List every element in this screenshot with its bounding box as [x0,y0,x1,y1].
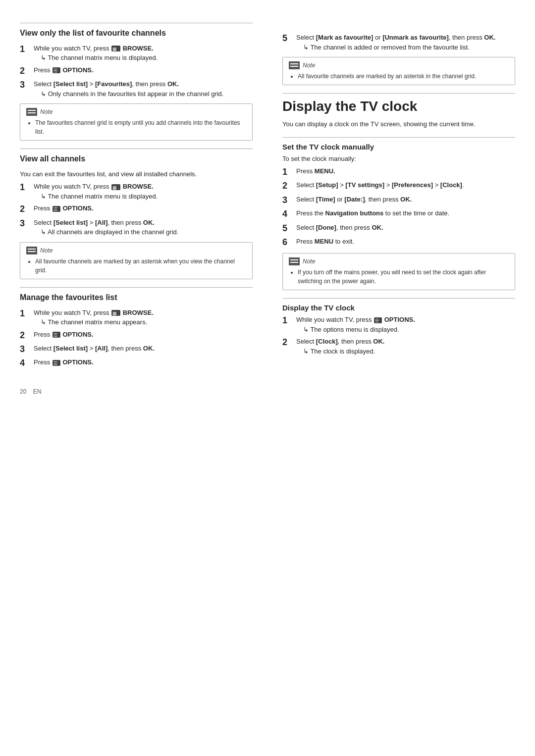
step-item: 3 Select [Time] or [Date:], then press O… [282,195,515,206]
options-icon [53,360,60,366]
section2-title: View all channels [20,154,253,164]
browse-icon [111,184,120,190]
set-clock-steps: 1 Press MENU. 2 Select [Setup] > [TV set… [282,166,515,248]
step-content: While you watch TV, press OPTIONS. The o… [296,315,515,334]
step-number: 3 [20,218,31,229]
note-icon [289,257,300,265]
step-number: 5 [282,223,293,234]
note-box-4: Note If you turn off the mains power, yo… [282,253,515,290]
step-number: 2 [20,203,31,215]
step-item: 1 While you watch TV, press BROWSE. The … [20,182,253,201]
set-clock-intro: To set the clock manually: [282,154,515,164]
step-arrow: The channel matrix menu appears. [34,317,253,327]
step-item: 4 Press OPTIONS. [20,357,253,369]
section3-title: Manage the favourites list [20,293,253,303]
step-item: 1 Press MENU. [282,166,515,178]
manage-cont-steps: 5 Select [Mark as favourite] or [Unmark … [282,33,515,52]
section2-steps: 1 While you watch TV, press BROWSE. The … [20,182,253,237]
step-number: 1 [20,44,31,55]
step-number: 6 [282,237,293,248]
set-clock-divider [282,137,515,138]
step-content: While you watch TV, press BROWSE. The ch… [34,44,253,63]
note-icon [26,108,37,116]
step-content: Select [Select list] > [All], then press… [34,218,253,237]
step-number: 4 [20,357,31,369]
set-clock-title: Set the TV clock manually [282,143,515,151]
step-content: Select [Select list] > [All], then press… [34,344,253,353]
section2-intro: You can exit the favourites list, and vi… [20,169,253,179]
note-item: All favourite channels are marked by an … [298,72,509,81]
step-number: 2 [20,330,31,341]
step-content: Select [Time] or [Date:], then press OK. [296,195,515,204]
step-item: 1 While you watch TV, press BROWSE. The … [20,44,253,63]
options-icon [374,317,382,323]
step-item: 2 Press OPTIONS. [20,65,253,77]
step-arrow: All channels are displayed in the channe… [34,227,253,237]
note-icon [26,247,37,254]
note-box-3: Note All favourite channels are marked b… [282,57,515,85]
step-content: Select [Done], then press OK. [296,223,515,233]
step-content: While you watch TV, press BROWSE. The ch… [34,308,253,327]
step-content: Select [Select list] > [Favourites], the… [34,79,253,99]
step-item: 1 While you watch TV, press BROWSE. The … [20,308,253,327]
step-content: Press OPTIONS. [34,65,253,75]
step-content: Select [Clock], then press OK. The clock… [296,337,515,356]
note-icon [289,61,300,69]
step-content: Select [Mark as favourite] or [Unmark as… [296,33,515,52]
note-box-2: Note All favourite channels are marked b… [20,242,253,279]
section3-divider [20,287,253,288]
page-footer: 20 EN [20,388,515,395]
page-number: 20 [20,388,26,395]
step-item: 1 While you watch TV, press OPTIONS. The… [282,315,515,334]
step-number: 3 [20,344,31,355]
note-item: All favourite channels are marked by an … [35,257,246,275]
step-arrow: The channel matrix menu is displayed. [34,53,253,63]
browse-icon [111,310,120,316]
note-text: All favourite channels are marked by an … [289,72,509,81]
note-item: The favourites channel grid is empty unt… [35,118,246,136]
note-label: Note [303,62,315,69]
step-number: 3 [282,195,293,206]
section1-divider [20,23,253,23]
step-number: 1 [20,308,31,319]
step-number: 2 [282,337,293,348]
display-clock-steps: 1 While you watch TV, press OPTIONS. The… [282,315,515,356]
step-number: 1 [20,182,31,193]
note-header: Note [26,247,246,254]
display-clock-title: Display the TV clock [282,303,515,312]
step-item: 4 Press the Navigation buttons to set th… [282,208,515,220]
step-arrow: The channel matrix menu is displayed. [34,192,253,202]
step-content: While you watch TV, press BROWSE. The ch… [34,182,253,201]
tv-clock-intro: You can display a clock on the TV screen… [282,119,515,129]
section1-steps: 1 While you watch TV, press BROWSE. The … [20,44,253,99]
step-item: 2 Select [Clock], then press OK. The clo… [282,337,515,356]
step-content: Press MENU. [296,166,515,176]
step-item: 5 Select [Mark as favourite] or [Unmark … [282,33,515,52]
step-content: Press the Navigation buttons to set the … [296,208,515,218]
options-icon [53,67,60,73]
step-number: 2 [20,65,31,77]
step-item: 2 Select [Setup] > [TV settings] > [Pref… [282,180,515,192]
step-number: 3 [20,79,31,91]
browse-icon [111,46,120,51]
step-item: 3 Select [Select list] > [All], then pre… [20,344,253,355]
step-item: 5 Select [Done], then press OK. [282,223,515,234]
step-number: 1 [282,315,293,326]
step-arrow: Only channels in the favourites list app… [34,89,253,99]
note-header: Note [26,108,246,116]
step-content: Press OPTIONS. [34,330,253,340]
note-text: The favourites channel grid is empty unt… [26,118,246,136]
right-column: 5 Select [Mark as favourite] or [Unmark … [277,15,515,373]
display-clock-divider [282,298,515,299]
step-arrow: The options menu is displayed. [296,325,515,335]
step-content: Press MENU to exit. [296,237,515,247]
note-item: If you turn off the mains power, you wil… [298,268,509,286]
step-item: 2 Press OPTIONS. [20,330,253,341]
step-item: 3 Select [Select list] > [Favourites], t… [20,79,253,99]
page-lang: EN [33,388,42,395]
note-header: Note [289,257,509,265]
step-item: 3 Select [Select list] > [All], then pre… [20,218,253,237]
step-arrow: The channel is added or removed from the… [296,43,515,52]
note-box-1: Note The favourites channel grid is empt… [20,103,253,141]
note-header: Note [289,61,509,69]
